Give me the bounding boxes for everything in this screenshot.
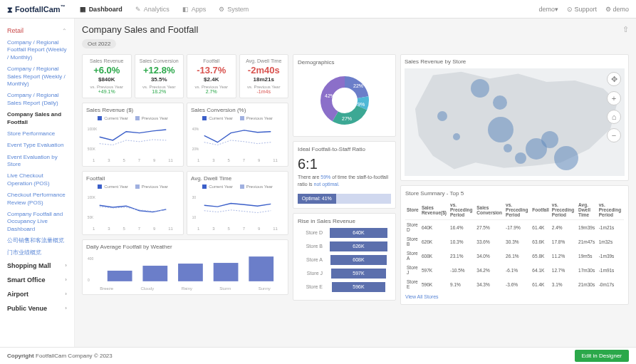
topright-item[interactable]: demo▾ [538,6,558,13]
topright-item[interactable]: ⊙ Support [567,6,597,13]
sidebar-item[interactable]: Company Sales and Footfall [0,109,74,128]
svg-rect-10 [108,271,132,281]
map-home[interactable]: ⌂ [607,110,621,124]
sidebar-category[interactable]: Shopping Mall› [0,259,74,273]
svg-text:30: 30 [192,196,197,199]
copyright: Copyright Copyright FootfallCam Company … [7,353,113,359]
sidebar-item[interactable]: 公司销售和客流量概览 [0,235,74,246]
svg-text:100K: 100K [88,196,96,199]
ratio-text: There are 59% of time the staff-to-footf… [298,174,391,188]
svg-text:10: 10 [192,216,197,219]
table-row[interactable]: Store E596K9.1%34.3%-3.6%61.4K3.1%21m30s… [405,277,624,291]
svg-rect-11 [142,266,167,281]
svg-text:1000K: 1000K [88,128,98,131]
sidebar-category[interactable]: Airport› [0,287,74,301]
topnav-apps[interactable]: ◧Apps [182,6,207,13]
rise-bar-row: Store D640K [298,228,391,238]
chart-footfall: Footfall Current YearPrevious Year 100K5… [82,171,184,235]
sidebar: Retail⌃ Company / Regional Footfall Repo… [0,19,75,347]
share-icon[interactable]: ⇧ [622,25,629,34]
logo: ⧗ FootfallCam™ [7,4,66,14]
map[interactable]: ✥ + ⌂ − [405,68,625,176]
topnav: ▦Dashboard✎Analytics◧Apps⚙System [80,6,249,13]
view-all-link[interactable]: View All Stores [405,294,439,299]
sidebar-item[interactable]: 门市业绩概览 [0,247,74,259]
map-zoom-in[interactable]: + [607,91,621,105]
topnav-dashboard[interactable]: ▦Dashboard [80,6,122,13]
chart-sales-conversion: Sales Conversion (%) Current YearPreviou… [187,103,288,167]
svg-text:0: 0 [88,279,90,282]
svg-text:20%: 20% [192,147,199,151]
kpi-card: Sales Revenue+6.0%$840Kvs. Previous Year… [82,54,132,98]
card-staff-ratio: Ideal Footfall-to-Staff Ratio 6:1 There … [293,141,396,209]
card-store-summary: Store Summary - Top 5 StoreSales Revenue… [400,185,629,305]
sidebar-section-retail[interactable]: Retail⌃ [0,24,74,37]
topnav-right: demo▾⊙ Support⚙ demo [538,6,629,13]
sidebar-item[interactable]: Company Footfall and Occupancy Live Dash… [0,209,74,235]
rise-bar-row: Store A608K [298,255,391,265]
sidebar-item[interactable]: Store Performance [0,128,74,140]
sidebar-item[interactable]: Event Evaluation by Store [0,152,74,171]
edit-designer-button[interactable]: Edit in Designer [575,350,629,362]
svg-text:500K: 500K [88,147,96,151]
sidebar-item[interactable]: Event Type Evaluation [0,140,74,151]
svg-text:9%: 9% [358,102,365,107]
topnav-system[interactable]: ⚙System [219,6,249,13]
donut-chart: 22% 9% 27% 42% [316,72,373,129]
content: Company Sales and Footfall ⇧ Oct 2022 Sa… [75,19,636,347]
map-zoom-out[interactable]: − [607,128,621,142]
chart-dwell-time: Avg. Dwell Time Current YearPrevious Yea… [187,171,288,235]
map-compass[interactable]: ✥ [607,72,621,86]
page-title: Company Sales and Footfall [82,24,198,35]
table-row[interactable]: Store A608K23.1%34.0%26.1%65.8K11.2%19m5… [405,249,624,263]
sidebar-category[interactable]: Public Venue› [0,301,74,316]
svg-text:50K: 50K [88,216,94,219]
chart-weather: Daily Average Footfall by Weather 4000 B… [82,239,288,295]
chart-sales-revenue: Sales Revenue ($) Current YearPrevious Y… [82,103,184,167]
rise-bar-row: Store B626K [298,241,391,251]
svg-text:400: 400 [88,257,94,261]
ratio-value: 6:1 [298,156,391,172]
sidebar-item[interactable]: Company / Regional Footfall Report (Week… [0,37,74,63]
svg-rect-14 [249,256,273,281]
topnav-analytics[interactable]: ✎Analytics [135,6,170,13]
rise-bar-row: Store J597K [298,269,391,279]
sidebar-category[interactable]: Smart Office› [0,273,74,287]
table-row[interactable]: Store B626K10.3%33.6%30.3%63.6K17.8%21m4… [405,234,624,249]
svg-text:40%: 40% [192,128,199,131]
optimal-bar: Optimal: 41% [298,194,391,204]
footer: Copyright Copyright FootfallCam Company … [0,347,636,364]
svg-rect-13 [214,263,239,281]
date-filter[interactable]: Oct 2022 [82,39,116,48]
svg-text:27%: 27% [342,116,352,121]
summary-table: StoreSales Revenue($)vs. Preceding Perio… [405,200,624,291]
svg-rect-12 [178,264,203,281]
kpi-card: Sales Conversion+12.8%35.5%vs. Previous … [135,54,184,98]
sidebar-item[interactable]: Live Checkout Operation (POS) [0,170,74,189]
topbar: ⧗ FootfallCam™ ▦Dashboard✎Analytics◧Apps… [0,0,636,19]
rise-bar-row: Store E596K [298,282,391,292]
card-demographics: Demographics 22% 9% 27% 42% [293,54,396,137]
topright-item[interactable]: ⚙ demo [605,6,629,13]
sidebar-item[interactable]: Company / Regional Sales Report (Weekly … [0,63,74,90]
table-row[interactable]: Store J597K-10.5%34.2%-6.1%64.1K12.7%17m… [405,263,624,277]
sidebar-item[interactable]: Company / Regional Sales Report (Daily) [0,90,74,109]
kpi-card: Footfall-13.7%$2.4Kvs. Previous Year2.7% [187,54,236,98]
card-map: Sales Revenue by Store [400,54,629,181]
svg-text:22%: 22% [353,83,363,88]
svg-text:42%: 42% [325,93,335,98]
card-rise-revenue: Rise in Sales Revenue Store D640KStore B… [293,213,396,301]
kpi-card: Avg. Dwell Time-2m40s18m21svs. Previous … [239,54,289,98]
sidebar-item[interactable]: Checkout Performance Review (POS) [0,189,74,209]
table-row[interactable]: Store D640K16.4%27.5%-17.9%61.4K2.4%19m3… [405,220,624,235]
